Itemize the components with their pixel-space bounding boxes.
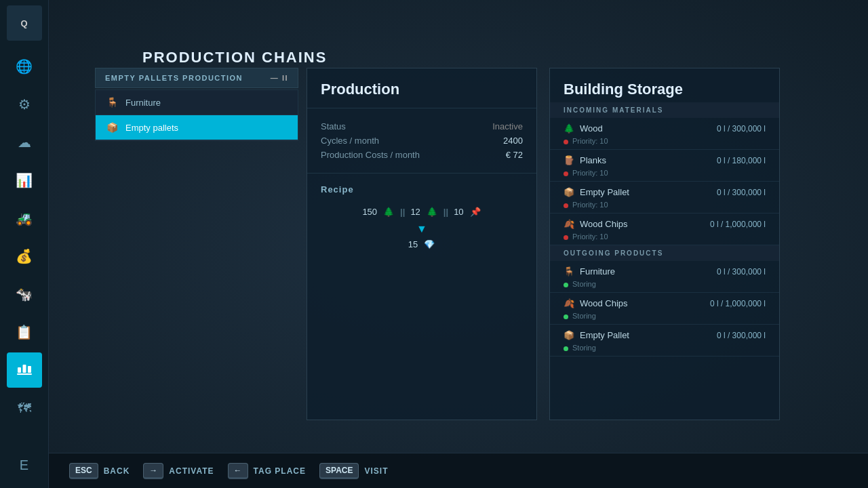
sidebar-item-wheel[interactable]: ⚙ xyxy=(7,87,42,122)
sidebar-item-chart[interactable]: 📊 xyxy=(7,163,42,198)
sidebar: Q 🌐 ⚙ ☁ 📊 🚜 💰 🐄 📋 🗺 E xyxy=(0,0,49,488)
chain-list: 🪑 Furniture 📦 Empty pallets xyxy=(95,89,298,141)
outgoing-wood-chips-amount: 0 l / 1,000,000 l xyxy=(710,299,766,308)
production-stats: Status Inactive Cycles / month 2400 Prod… xyxy=(307,108,536,174)
incoming-wood-amount: 0 l / 300,000 l xyxy=(717,124,766,134)
sidebar-item-document[interactable]: 📋 xyxy=(7,314,42,350)
stat-row-costs: Production Costs / month € 72 xyxy=(321,148,523,162)
recipe-input-3-amount: 10 xyxy=(454,207,463,217)
activate-button[interactable]: → ACTIVATE xyxy=(143,463,214,479)
chain-item-furniture[interactable]: 🪑 Furniture xyxy=(96,90,298,115)
incoming-wood-priority: Priority: 10 xyxy=(572,136,608,145)
incoming-empty-pallet: 📦 Empty Pallet 0 l / 300,000 l Priority:… xyxy=(550,182,779,214)
wood-chips-out-status-dot xyxy=(564,314,568,319)
tag-label: TAG PLACE xyxy=(254,466,306,476)
chain-item-furniture-label: Furniture xyxy=(125,98,161,108)
incoming-wood-chips: 🍂 Wood Chips 0 l / 1,000,000 l Priority:… xyxy=(550,214,779,245)
incoming-wood-chips-amount: 0 l / 1,000,000 l xyxy=(710,220,766,229)
furniture-icon: 🪑 xyxy=(105,97,119,108)
sidebar-item-tractor[interactable]: 🚜 xyxy=(7,201,42,236)
wood2-icon: 🌲 xyxy=(426,205,438,218)
outgoing-furniture-amount: 0 l / 300,000 l xyxy=(717,267,766,277)
stat-label-cycles: Cycles / month xyxy=(321,136,379,146)
outgoing-empty-pallet-name: Empty Pallet xyxy=(580,330,629,340)
sidebar-item-animal[interactable]: 🐄 xyxy=(7,277,42,312)
storage-title: Building Storage xyxy=(550,68,779,102)
pallet-icon: 📌 xyxy=(469,205,481,218)
production-panel-title: Production xyxy=(307,68,536,108)
wood-icon: 🌲 xyxy=(382,205,395,218)
planks-res-icon: 🪵 xyxy=(564,155,574,165)
visit-button[interactable]: SPACE VISIT xyxy=(319,463,388,479)
esc-key: ESC xyxy=(69,463,98,479)
visit-label: VISIT xyxy=(364,466,388,476)
recipe-section: Recipe 150 🌲 || 12 🌲 || 10 📌 ▼ 15 💎 xyxy=(307,174,536,261)
outgoing-furniture: 🪑 Furniture 0 l / 300,000 l Storing xyxy=(550,261,779,293)
empty-pallet-out-icon: 📦 xyxy=(564,330,574,340)
furniture-out-icon: 🪑 xyxy=(564,266,574,277)
incoming-planks-priority: Priority: 10 xyxy=(572,167,608,177)
incoming-planks-amount: 0 l / 180,000 l xyxy=(717,156,766,165)
furniture-out-status-dot xyxy=(564,283,568,287)
recipe-inputs: 150 🌲 || 12 🌲 || 10 📌 xyxy=(321,205,523,218)
incoming-empty-pallet-amount: 0 l / 300,000 l xyxy=(717,188,766,197)
wood-status-dot xyxy=(564,140,568,144)
empty-pallet-out-status-dot xyxy=(564,346,568,351)
activate-key: → xyxy=(143,463,163,479)
stat-label-costs: Production Costs / month xyxy=(321,150,420,160)
sidebar-item-map[interactable]: 🗺 xyxy=(7,390,42,426)
stat-value-status: Inactive xyxy=(492,121,523,131)
tag-place-button[interactable]: ← TAG PLACE xyxy=(228,463,306,479)
page-title: PRODUCTION CHAINS xyxy=(142,49,327,66)
sidebar-item-q[interactable]: Q xyxy=(7,5,42,41)
outgoing-furniture-status: Storing xyxy=(572,279,596,288)
svg-rect-1 xyxy=(22,365,26,373)
chain-header-suffix: — II xyxy=(271,74,288,82)
tag-key: ← xyxy=(228,463,248,479)
outgoing-empty-pallet-status: Storing xyxy=(572,342,596,352)
incoming-header: INCOMING MATERIALS xyxy=(550,102,779,118)
production-chains-panel: EMPTY PALLETS PRODUCTION — II 🪑 Furnitur… xyxy=(95,68,298,141)
incoming-planks: 🪵 Planks 0 l / 180,000 l Priority: 10 xyxy=(550,150,779,182)
outgoing-wood-chips-name: Wood Chips xyxy=(580,298,628,308)
recipe-title: Recipe xyxy=(321,184,523,195)
outgoing-wood-chips: 🍂 Wood Chips 0 l / 1,000,000 l Storing xyxy=(550,293,779,325)
outgoing-wood-chips-status: Storing xyxy=(572,310,596,320)
svg-rect-3 xyxy=(17,373,32,375)
back-button[interactable]: ESC BACK xyxy=(69,463,130,479)
incoming-planks-name: Planks xyxy=(580,155,606,165)
incoming-wood-name: Wood xyxy=(580,123,603,134)
stat-value-costs: € 72 xyxy=(506,150,523,160)
empty-pallet-res-icon: 📦 xyxy=(564,187,574,197)
output-icon: 💎 xyxy=(423,238,435,250)
chain-item-empty-pallets-label: Empty pallets xyxy=(125,123,178,133)
chain-item-empty-pallets[interactable]: 📦 Empty pallets xyxy=(96,115,298,140)
recipe-input-1-amount: 150 xyxy=(362,207,377,217)
sidebar-item-e[interactable]: E xyxy=(7,447,42,483)
activate-label: ACTIVATE xyxy=(169,466,214,476)
empty-pallets-icon: 📦 xyxy=(105,122,119,133)
chain-header: EMPTY PALLETS PRODUCTION — II xyxy=(95,68,298,88)
sidebar-item-production[interactable] xyxy=(7,352,42,388)
outgoing-furniture-name: Furniture xyxy=(580,266,615,277)
sidebar-item-weather[interactable]: ☁ xyxy=(7,125,42,160)
sidebar-item-coin[interactable]: 💰 xyxy=(7,239,42,274)
wood-chips-status-dot xyxy=(564,235,568,240)
outgoing-empty-pallet: 📦 Empty Pallet 0 l / 300,000 l Storing xyxy=(550,325,779,357)
empty-pallet-status-dot xyxy=(564,203,568,208)
recipe-output: 15 💎 xyxy=(321,238,523,250)
building-storage-panel: Building Storage INCOMING MATERIALS 🌲 Wo… xyxy=(549,68,780,420)
incoming-wood-chips-priority: Priority: 10 xyxy=(572,231,608,241)
recipe-arrow: ▼ xyxy=(321,223,523,235)
back-label: BACK xyxy=(104,466,130,476)
wood-chips-res-icon: 🍂 xyxy=(564,219,574,229)
sidebar-item-globe[interactable]: 🌐 xyxy=(7,49,42,84)
stat-value-cycles: 2400 xyxy=(503,136,523,146)
space-key: SPACE xyxy=(319,463,359,479)
wood-res-icon: 🌲 xyxy=(564,123,574,134)
planks-status-dot xyxy=(564,171,568,176)
svg-rect-2 xyxy=(28,366,31,373)
stat-row-status: Status Inactive xyxy=(321,119,523,134)
svg-rect-0 xyxy=(18,367,21,373)
recipe-input-2-amount: 12 xyxy=(410,207,420,217)
